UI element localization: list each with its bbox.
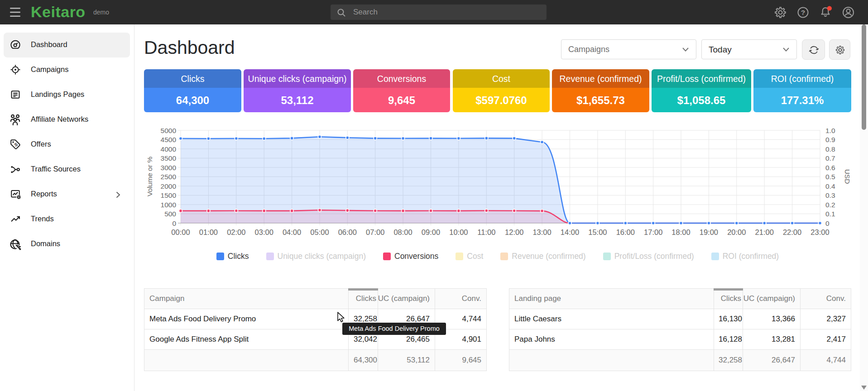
svg-text:3500: 3500	[161, 154, 177, 162]
svg-text:15:00: 15:00	[588, 228, 607, 236]
svg-text:21:00: 21:00	[755, 228, 774, 236]
svg-text:0.7: 0.7	[825, 154, 835, 162]
svg-text:23:00: 23:00	[810, 228, 829, 236]
svg-text:04:00: 04:00	[283, 228, 301, 236]
svg-text:12:00: 12:00	[505, 228, 523, 236]
svg-text:16:00: 16:00	[616, 228, 635, 236]
svg-text:2000: 2000	[161, 182, 177, 190]
svg-text:07:00: 07:00	[366, 228, 384, 236]
svg-text:19:00: 19:00	[700, 228, 718, 236]
svg-text:1.0: 1.0	[825, 127, 835, 134]
svg-text:17:00: 17:00	[644, 228, 662, 236]
svg-text:03:00: 03:00	[255, 228, 273, 236]
svg-text:08:00: 08:00	[393, 228, 412, 236]
svg-text:4000: 4000	[161, 145, 177, 153]
svg-text:0.9: 0.9	[825, 136, 835, 143]
svg-text:01:00: 01:00	[199, 228, 218, 236]
svg-text:USD: USD	[844, 169, 851, 184]
svg-text:3000: 3000	[161, 164, 177, 172]
svg-text:0: 0	[825, 219, 830, 227]
svg-text:0.5: 0.5	[825, 173, 835, 181]
svg-text:0.1: 0.1	[825, 210, 835, 218]
svg-text:1000: 1000	[161, 201, 177, 209]
svg-text:20:00: 20:00	[727, 228, 746, 236]
svg-text:06:00: 06:00	[338, 228, 357, 236]
svg-text:2500: 2500	[161, 173, 177, 181]
svg-text:10:00: 10:00	[449, 228, 468, 236]
svg-text:09:00: 09:00	[422, 228, 440, 236]
svg-text:00:00: 00:00	[171, 228, 190, 236]
svg-text:13:00: 13:00	[532, 228, 551, 236]
svg-text:0.6: 0.6	[825, 164, 835, 172]
svg-text:0: 0	[172, 219, 176, 227]
svg-text:0.4: 0.4	[825, 182, 835, 190]
svg-text:0.2: 0.2	[825, 201, 835, 209]
svg-text:1500: 1500	[161, 191, 177, 199]
svg-text:22:00: 22:00	[783, 228, 801, 236]
svg-text:?: ?	[801, 9, 805, 16]
svg-text:14:00: 14:00	[561, 228, 579, 236]
svg-text:4500: 4500	[161, 136, 177, 143]
svg-text:02:00: 02:00	[227, 228, 245, 236]
svg-text:05:00: 05:00	[310, 228, 329, 236]
svg-text:0.3: 0.3	[825, 191, 835, 199]
svg-text:18:00: 18:00	[671, 228, 690, 236]
svg-text:Volume or %: Volume or %	[146, 157, 153, 196]
svg-text:500: 500	[164, 210, 176, 218]
svg-text:0.8: 0.8	[825, 145, 835, 153]
svg-text:5000: 5000	[161, 127, 177, 134]
svg-text:11:00: 11:00	[477, 228, 495, 236]
